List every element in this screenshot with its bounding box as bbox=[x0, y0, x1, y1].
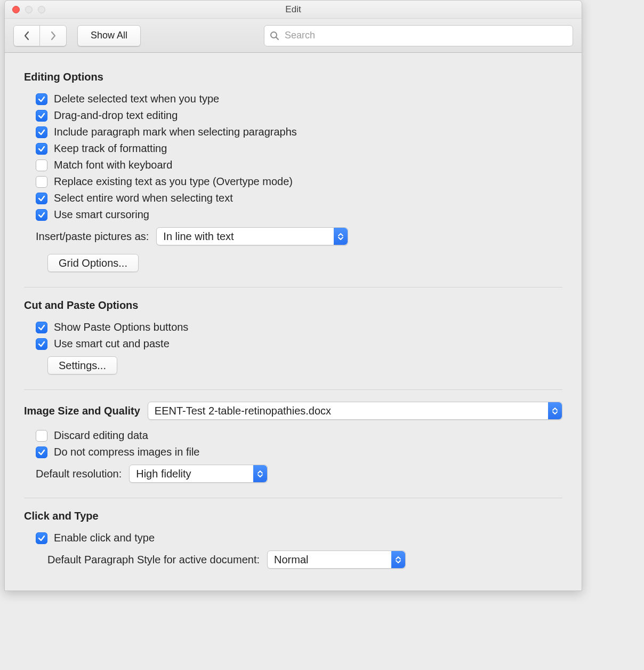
option-match-font-with-keyboard[interactable]: Match font with keyboard bbox=[24, 157, 562, 173]
option-label: Enable click and type bbox=[54, 532, 155, 544]
option-label: Replace existing text as you type (Overt… bbox=[54, 176, 293, 188]
select-stepper-icon bbox=[548, 402, 562, 419]
option-replace-existing-text[interactable]: Replace existing text as you type (Overt… bbox=[24, 173, 562, 190]
window-title: Edit bbox=[5, 4, 582, 15]
option-label: Use smart cut and paste bbox=[54, 338, 170, 350]
option-show-paste-options-buttons[interactable]: Show Paste Options buttons bbox=[24, 319, 562, 336]
checkbox[interactable] bbox=[36, 532, 47, 544]
grid-options-button[interactable]: Grid Options... bbox=[47, 254, 139, 272]
option-keep-track-of-formatting[interactable]: Keep track of formatting bbox=[24, 140, 562, 157]
option-include-paragraph-mark[interactable]: Include paragraph mark when selecting pa… bbox=[24, 124, 562, 140]
insert-pictures-label: Insert/paste pictures as: bbox=[36, 230, 149, 243]
option-enable-click-and-type[interactable]: Enable click and type bbox=[24, 530, 562, 546]
svg-line-1 bbox=[276, 37, 278, 39]
option-delete-selected-text[interactable]: Delete selected text when you type bbox=[24, 91, 562, 107]
option-label: Include paragraph mark when selecting pa… bbox=[54, 126, 297, 138]
section-cut-and-paste-options: Cut and Paste Options Show Paste Options… bbox=[24, 299, 562, 390]
default-resolution-select[interactable]: High fidelity bbox=[129, 465, 268, 483]
checkbox[interactable] bbox=[36, 430, 47, 442]
select-stepper-icon bbox=[334, 228, 348, 245]
chevron-left-icon bbox=[23, 31, 30, 41]
select-value: High fidelity bbox=[136, 468, 191, 480]
checkbox[interactable] bbox=[36, 143, 47, 155]
default-paragraph-style-label: Default Paragraph Style for active docum… bbox=[47, 554, 260, 566]
option-label: Show Paste Options buttons bbox=[54, 321, 188, 333]
nav-segmented-control bbox=[13, 25, 67, 46]
search-field-container[interactable] bbox=[264, 25, 573, 46]
back-button[interactable] bbox=[13, 25, 40, 46]
preferences-window: Edit Show All Editing Options Delete sel… bbox=[4, 0, 582, 591]
option-label: Keep track of formatting bbox=[54, 142, 167, 155]
select-stepper-icon bbox=[391, 551, 405, 568]
option-label: Do not compress images in file bbox=[54, 446, 199, 458]
search-icon bbox=[270, 31, 279, 41]
option-label: Delete selected text when you type bbox=[54, 93, 219, 105]
settings-button[interactable]: Settings... bbox=[47, 356, 117, 374]
checkbox[interactable] bbox=[36, 110, 47, 122]
option-label: Match font with keyboard bbox=[54, 159, 172, 171]
titlebar: Edit bbox=[5, 1, 582, 19]
option-use-smart-cursoring[interactable]: Use smart cursoring bbox=[24, 206, 562, 223]
checkbox[interactable] bbox=[36, 338, 47, 350]
image-quality-document-select[interactable]: EENT-Test 2-table-retinopathies.docx bbox=[148, 402, 562, 420]
checkbox[interactable] bbox=[36, 446, 47, 458]
option-label: Use smart cursoring bbox=[54, 209, 149, 221]
select-stepper-icon bbox=[253, 465, 267, 482]
select-value: EENT-Test 2-table-retinopathies.docx bbox=[155, 405, 331, 417]
option-do-not-compress-images[interactable]: Do not compress images in file bbox=[24, 444, 562, 460]
default-paragraph-style-select[interactable]: Normal bbox=[267, 551, 406, 569]
toolbar: Show All bbox=[5, 19, 582, 53]
preferences-content: Editing Options Delete selected text whe… bbox=[5, 53, 582, 584]
checkbox[interactable] bbox=[36, 209, 47, 221]
checkbox[interactable] bbox=[36, 322, 47, 333]
search-input[interactable] bbox=[284, 29, 567, 42]
chevron-right-icon bbox=[50, 31, 57, 41]
insert-pictures-row: Insert/paste pictures as: In line with t… bbox=[24, 223, 562, 250]
select-value: Normal bbox=[274, 554, 308, 566]
checkbox[interactable] bbox=[36, 159, 47, 171]
settings-row: Settings... bbox=[24, 352, 562, 379]
option-use-smart-cut-and-paste[interactable]: Use smart cut and paste bbox=[24, 336, 562, 352]
section-editing-options: Editing Options Delete selected text whe… bbox=[24, 71, 562, 288]
grid-options-row: Grid Options... bbox=[24, 250, 562, 276]
default-paragraph-style-row: Default Paragraph Style for active docum… bbox=[24, 546, 562, 573]
section-click-and-type: Click and Type Enable click and type Def… bbox=[24, 510, 562, 584]
select-value: In line with text bbox=[163, 230, 234, 243]
section-image-size-and-quality: Image Size and Quality EENT-Test 2-table… bbox=[24, 402, 562, 498]
show-all-button[interactable]: Show All bbox=[77, 25, 141, 46]
section-title: Editing Options bbox=[24, 71, 562, 83]
checkbox[interactable] bbox=[36, 93, 47, 105]
section-title: Click and Type bbox=[24, 510, 562, 522]
section-title: Cut and Paste Options bbox=[24, 299, 562, 312]
checkbox[interactable] bbox=[36, 126, 47, 138]
forward-button[interactable] bbox=[40, 25, 67, 46]
option-label: Select entire word when selecting text bbox=[54, 192, 233, 204]
checkbox[interactable] bbox=[36, 193, 47, 204]
default-resolution-row: Default resolution: High fidelity bbox=[24, 460, 562, 487]
option-discard-editing-data[interactable]: Discard editing data bbox=[24, 427, 562, 444]
section-title: Image Size and Quality bbox=[24, 405, 140, 417]
option-select-entire-word[interactable]: Select entire word when selecting text bbox=[24, 190, 562, 206]
insert-pictures-select[interactable]: In line with text bbox=[156, 227, 348, 245]
option-drag-and-drop-editing[interactable]: Drag-and-drop text editing bbox=[24, 107, 562, 124]
checkbox[interactable] bbox=[36, 176, 47, 188]
option-label: Drag-and-drop text editing bbox=[54, 109, 178, 122]
default-resolution-label: Default resolution: bbox=[36, 468, 122, 480]
option-label: Discard editing data bbox=[54, 429, 148, 442]
